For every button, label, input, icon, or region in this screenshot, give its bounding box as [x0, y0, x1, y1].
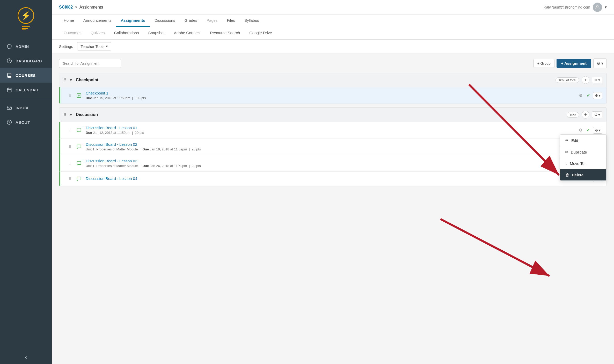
- dropdown-duplicate[interactable]: ⧉ Duplicate: [560, 146, 606, 158]
- svg-rect-1: [8, 88, 11, 92]
- row-disc1-settings-icon[interactable]: ⚙: [578, 127, 583, 134]
- logo-bars: [22, 26, 30, 30]
- row-disc1-gear-icon: ⚙: [595, 128, 598, 132]
- discussion3-type-icon: [75, 160, 83, 167]
- group-checkpoint-header: ⠿ ▼ Checkpoint 10% of total + ⚙ ▾: [59, 73, 606, 87]
- tab-syllabus[interactable]: Syllabus: [240, 14, 264, 27]
- assignment-row-cp1: ⠿ Checkpoint 1 Due Jan 15, 2018 at 11:59…: [59, 87, 606, 104]
- dropdown-move-to[interactable]: ↕ Move To...: [560, 158, 606, 169]
- row-gear-dropdown[interactable]: ⚙ ▾: [593, 92, 602, 99]
- breadcrumb-course-link[interactable]: SCI082: [59, 5, 73, 10]
- assignment-row-disc3: ⠿ Discussion Board - Lesson 03 Unit 1: P…: [59, 155, 606, 172]
- question-icon: [7, 120, 12, 125]
- tab-assignments[interactable]: Assignments: [116, 14, 150, 27]
- group-add-button[interactable]: +: [582, 76, 589, 84]
- row-disc1-title[interactable]: Discussion Board - Lesson 01: [86, 126, 575, 130]
- avatar[interactable]: [593, 3, 602, 12]
- row-settings-icon[interactable]: ⚙: [578, 92, 583, 99]
- group-drag-handle[interactable]: ⠿: [63, 78, 67, 83]
- assignment-row-disc1: ⠿ Discussion Board - Lesson 01 Due Jan 1…: [59, 122, 606, 139]
- row-disc1-publish-icon[interactable]: ✔: [586, 127, 591, 134]
- dropdown-menu: ✏ Edit ⧉ Duplicate ↕ Move To... 🗑 Delete: [560, 134, 606, 181]
- move-to-icon: ↕: [565, 161, 567, 166]
- settings-link[interactable]: Settings: [59, 44, 73, 49]
- row-drag-handle-disc4[interactable]: ⠿: [69, 177, 71, 181]
- tab-grades[interactable]: Grades: [180, 14, 202, 27]
- discussion4-icon: [76, 176, 82, 181]
- sidebar-divider: [0, 99, 52, 99]
- tab-home[interactable]: Home: [59, 14, 79, 27]
- sidebar: ⚡ ADMIN DASHBOARD COURSES CALENDAR INBOX: [0, 0, 52, 364]
- edit-icon: ✏: [565, 138, 569, 143]
- nav-tabs-row2: Outcomes Quizzes Collaborations Snapshot…: [59, 27, 607, 39]
- sidebar-item-inbox[interactable]: INBOX: [0, 100, 52, 115]
- tab-discussions[interactable]: Discussions: [150, 14, 180, 27]
- inbox-icon: [7, 105, 12, 110]
- discussion-type-icon: [75, 127, 83, 134]
- delete-label: Delete: [572, 173, 583, 177]
- group-discussion-name: Discussion: [76, 112, 564, 117]
- row-gear-chevron: ▾: [599, 93, 601, 98]
- sidebar-item-calendar[interactable]: CALENDAR: [0, 83, 52, 97]
- group-discussion-gear-icon: ⚙: [594, 113, 598, 117]
- row-publish-icon[interactable]: ✔: [586, 92, 591, 99]
- group-discussion-add-button[interactable]: +: [582, 111, 589, 119]
- sidebar-nav: ADMIN DASHBOARD COURSES CALENDAR INBOX A…: [0, 39, 52, 129]
- row-gear-icon: ⚙: [595, 93, 598, 98]
- user-email[interactable]: Kaly.Nasiff@strongmind.com: [544, 5, 590, 9]
- tab-resource-search[interactable]: Resource Search: [205, 27, 245, 39]
- duplicate-label: Duplicate: [571, 150, 587, 154]
- main-gear-button[interactable]: ⚙ ▾: [593, 59, 607, 68]
- sidebar-item-courses[interactable]: COURSES: [0, 68, 52, 83]
- row-drag-handle-disc2[interactable]: ⠿: [69, 145, 71, 149]
- sidebar-item-about[interactable]: ABOUT: [0, 115, 52, 129]
- tab-snapshot[interactable]: Snapshot: [143, 27, 169, 39]
- add-group-button[interactable]: + Group: [533, 59, 554, 68]
- logo-bolt-icon: ⚡: [21, 11, 31, 20]
- group-discussion-toggle[interactable]: ▼: [69, 113, 73, 117]
- group-toggle-icon[interactable]: ▼: [69, 78, 73, 82]
- row-drag-handle[interactable]: ⠿: [69, 93, 71, 98]
- row-disc1-gear-dropdown[interactable]: ⚙ ▾: [593, 127, 602, 134]
- group-gear-button[interactable]: ⚙ ▾: [592, 77, 602, 83]
- tab-collaborations[interactable]: Collaborations: [109, 27, 144, 39]
- group-discussion-header: ⠿ ▼ Discussion 10% + ⚙ ▾: [59, 108, 606, 122]
- sidebar-logo: ⚡: [18, 0, 34, 37]
- search-input[interactable]: [59, 59, 121, 68]
- tab-adobe-connect[interactable]: Adobe Connect: [169, 27, 205, 39]
- teacher-tools-button[interactable]: Teacher Tools ▾: [77, 42, 111, 50]
- sidebar-item-courses-label: COURSES: [16, 73, 36, 78]
- sidebar-item-admin-label: ADMIN: [16, 44, 29, 49]
- assignment-row-disc2: ⠿ Discussion Board - Lesson 02 Unit 1: P…: [59, 139, 606, 155]
- user-menu-chevron[interactable]: ▾: [605, 5, 607, 10]
- settings-row: Settings Teacher Tools ▾: [52, 40, 614, 53]
- duplicate-icon: ⧉: [565, 150, 568, 154]
- row-disc3-meta: Unit 1: Properties of Matter Module | Du…: [86, 164, 575, 168]
- sidebar-item-calendar-label: CALENDAR: [16, 88, 38, 92]
- discussion4-type-icon: [75, 175, 83, 183]
- dropdown-delete[interactable]: 🗑 Delete: [560, 169, 606, 180]
- tab-google-drive[interactable]: Google Drive: [245, 27, 277, 39]
- sidebar-item-about-label: ABOUT: [16, 120, 30, 125]
- tab-announcements[interactable]: Announcements: [79, 14, 116, 27]
- row-cp1-title[interactable]: Checkpoint 1: [86, 91, 575, 95]
- row-drag-handle-disc1[interactable]: ⠿: [69, 128, 71, 132]
- logo-bar-3: [22, 30, 26, 30]
- row-disc3-title[interactable]: Discussion Board - Lesson 03: [86, 159, 575, 163]
- sidebar-collapse-btn[interactable]: [19, 351, 32, 364]
- row-drag-handle-disc3[interactable]: ⠿: [69, 161, 71, 165]
- group-discussion-gear[interactable]: ⚙ ▾: [592, 111, 602, 118]
- tab-files[interactable]: Files: [222, 14, 240, 27]
- group-discussion-drag[interactable]: ⠿: [63, 112, 67, 117]
- row-disc2-title[interactable]: Discussion Board - Lesson 02: [86, 142, 575, 147]
- sidebar-item-dashboard[interactable]: DASHBOARD: [0, 54, 52, 68]
- row-disc4-title[interactable]: Discussion Board - Lesson 04: [86, 176, 575, 181]
- add-assignment-button[interactable]: + Assignment: [557, 59, 591, 68]
- group-checkpoint-name: Checkpoint: [76, 78, 553, 82]
- group-discussion-weight: 10%: [567, 112, 579, 118]
- dropdown-edit[interactable]: ✏ Edit: [560, 135, 606, 146]
- breadcrumb-separator: >: [75, 5, 77, 10]
- shield-icon: [7, 44, 12, 49]
- discussion2-type-icon: [75, 143, 83, 150]
- sidebar-item-admin[interactable]: ADMIN: [0, 39, 52, 54]
